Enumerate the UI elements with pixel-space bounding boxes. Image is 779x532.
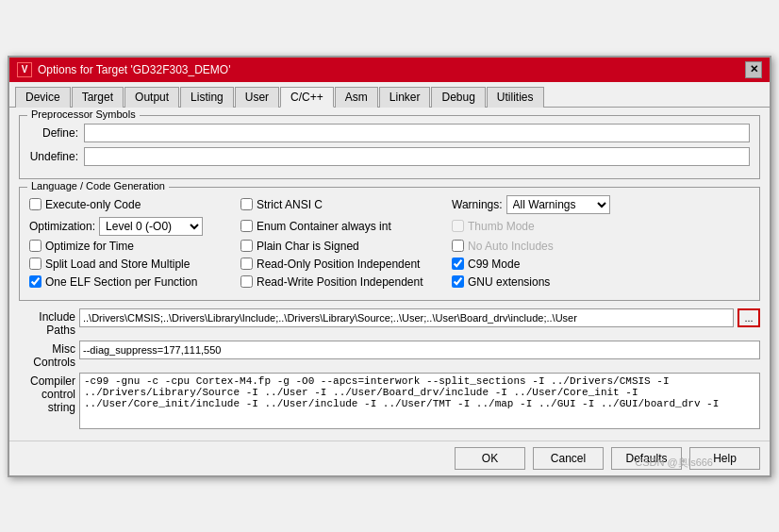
- compiler-control-textarea[interactable]: -c99 -gnu -c -cpu Cortex-M4.fp -g -O0 --…: [79, 373, 760, 429]
- optimization-row: Optimization: Level 0 (-O0) Level 1 (-O1…: [29, 217, 237, 236]
- thumb-mode-checkbox[interactable]: [452, 220, 464, 232]
- cancel-button[interactable]: Cancel: [533, 447, 604, 470]
- warnings-row: Warnings: All Warnings No Warnings Unspe…: [452, 195, 750, 214]
- misc-controls-label: Misc Controls: [19, 341, 75, 369]
- optimize-time-label: Optimize for Time: [45, 240, 134, 253]
- preprocessor-group: Preprocessor Symbols Define: Undefine:: [19, 115, 760, 179]
- misc-controls-row: Misc Controls: [19, 341, 760, 369]
- one-elf-checkbox[interactable]: [29, 275, 41, 288]
- preprocessor-title: Preprocessor Symbols: [27, 108, 140, 120]
- tab-asm[interactable]: Asm: [335, 87, 378, 108]
- execute-only-label: Execute-only Code: [45, 198, 141, 211]
- main-content: Preprocessor Symbols Define: Undefine: L…: [9, 108, 770, 441]
- misc-controls-input[interactable]: [79, 341, 760, 359]
- gnu-extensions-checkbox[interactable]: [452, 275, 464, 288]
- include-browse-button[interactable]: ...: [738, 308, 760, 327]
- warnings-select[interactable]: All Warnings No Warnings Unspecified: [506, 195, 610, 214]
- include-paths-label: Include Paths: [19, 308, 75, 337]
- gnu-extensions-row: GNU extensions: [452, 274, 750, 290]
- enum-container-label: Enum Container always int: [257, 220, 391, 233]
- language-group: Language / Code Generation Execute-only …: [19, 187, 760, 301]
- split-load-row: Split Load and Store Multiple: [29, 257, 237, 272]
- plain-char-label: Plain Char is Signed: [257, 240, 359, 253]
- include-paths-row: Include Paths ...: [19, 308, 760, 337]
- app-icon: V: [17, 62, 32, 77]
- dialog-title: Options for Target 'GD32F303_DEMO': [38, 63, 230, 76]
- read-only-pos-label: Read-Only Position Independent: [257, 258, 420, 271]
- plain-char-checkbox[interactable]: [240, 240, 253, 252]
- plain-char-row: Plain Char is Signed: [240, 239, 448, 254]
- tab-target[interactable]: Target: [72, 87, 124, 108]
- language-title: Language / Code Generation: [27, 180, 169, 191]
- enum-container-row: Enum Container always int: [240, 219, 448, 234]
- tab-debug[interactable]: Debug: [431, 87, 485, 108]
- thumb-mode-label: Thumb Mode: [468, 220, 535, 233]
- enum-container-checkbox[interactable]: [240, 220, 253, 232]
- one-elf-label: One ELF Section per Function: [45, 275, 197, 289]
- close-button[interactable]: ✕: [745, 61, 762, 78]
- no-auto-includes-row: No Auto Includes: [452, 239, 750, 254]
- split-load-label: Split Load and Store Multiple: [45, 258, 190, 271]
- optimize-time-row: Optimize for Time: [29, 239, 237, 254]
- read-write-pos-checkbox[interactable]: [240, 275, 253, 288]
- tab-utilities[interactable]: Utilities: [487, 87, 544, 108]
- optimize-time-checkbox[interactable]: [29, 240, 41, 252]
- tab-linker[interactable]: Linker: [379, 87, 431, 108]
- include-paths-input[interactable]: [79, 308, 734, 327]
- read-write-pos-row: Read-Write Position Independent: [240, 274, 448, 290]
- watermark: CSDN @奥ls666: [635, 456, 713, 470]
- read-only-pos-row: Read-Only Position Independent: [240, 257, 448, 272]
- title-bar: V Options for Target 'GD32F303_DEMO' ✕: [9, 58, 770, 82]
- tab-cpp[interactable]: C/C++: [280, 87, 334, 108]
- compiler-control-row: Compiler control string -c99 -gnu -c -cp…: [19, 373, 760, 429]
- optimization-label: Optimization:: [29, 220, 95, 233]
- tab-listing[interactable]: Listing: [180, 87, 234, 108]
- read-only-pos-checkbox[interactable]: [240, 258, 253, 270]
- define-input[interactable]: [84, 124, 750, 142]
- one-elf-row: One ELF Section per Function: [29, 274, 237, 290]
- undefine-label: Undefine:: [29, 150, 78, 163]
- tab-user[interactable]: User: [235, 87, 279, 108]
- dialog: V Options for Target 'GD32F303_DEMO' ✕ D…: [8, 56, 771, 477]
- no-auto-includes-label: No Auto Includes: [468, 240, 554, 253]
- gnu-extensions-label: GNU extensions: [468, 275, 550, 289]
- read-write-pos-label: Read-Write Position Independent: [257, 275, 423, 289]
- c99-mode-label: C99 Mode: [468, 258, 520, 271]
- execute-only-checkbox[interactable]: [29, 198, 41, 210]
- tab-output[interactable]: Output: [124, 87, 179, 108]
- define-row: Define:: [29, 124, 750, 142]
- thumb-mode-row: Thumb Mode: [452, 219, 750, 234]
- optimization-select[interactable]: Level 0 (-O0) Level 1 (-O1) Level 2 (-O2…: [99, 217, 203, 236]
- undefine-input[interactable]: [84, 147, 750, 166]
- warnings-label: Warnings:: [452, 198, 503, 211]
- split-load-checkbox[interactable]: [29, 258, 41, 270]
- execute-only-row: Execute-only Code: [29, 197, 237, 212]
- undefine-row: Undefine:: [29, 147, 750, 166]
- c99-mode-checkbox[interactable]: [452, 258, 464, 270]
- no-auto-includes-checkbox[interactable]: [452, 240, 464, 252]
- strict-ansi-label: Strict ANSI C: [257, 198, 323, 211]
- tab-device[interactable]: Device: [15, 87, 71, 108]
- ok-button[interactable]: OK: [455, 447, 525, 470]
- compiler-control-label: Compiler control string: [19, 373, 75, 414]
- tab-bar: Device Target Output Listing User C/C++ …: [9, 82, 770, 108]
- strict-ansi-checkbox[interactable]: [240, 198, 253, 210]
- strict-ansi-row: Strict ANSI C: [240, 197, 448, 212]
- c99-mode-row: C99 Mode: [452, 257, 750, 272]
- define-label: Define:: [29, 126, 78, 140]
